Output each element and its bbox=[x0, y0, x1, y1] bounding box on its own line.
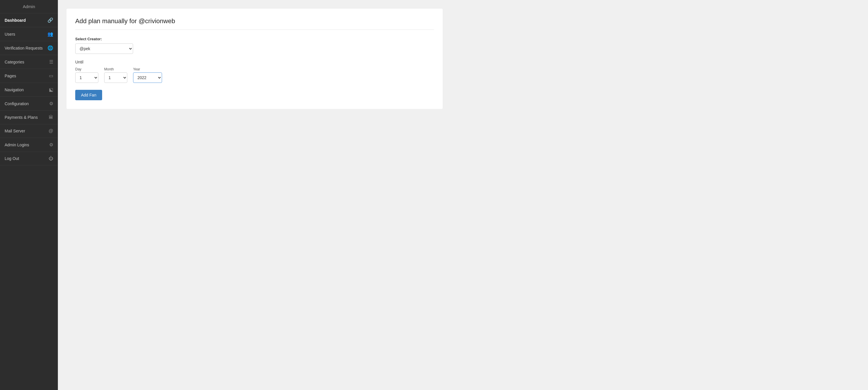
month-field: Month 1 234 567 8910 1112 bbox=[104, 67, 127, 83]
sidebar-item-pages-label: Pages bbox=[5, 74, 49, 78]
sidebar-item-configuration[interactable]: Configuration ⚙ bbox=[0, 97, 58, 111]
link-icon: 🔗 bbox=[48, 18, 53, 23]
power-icon: ⏻ bbox=[49, 156, 53, 161]
settings-icon: ⚙ bbox=[49, 142, 53, 147]
day-select[interactable]: 1 234 567 8910 111213 141516 171819 2021… bbox=[75, 73, 98, 83]
sidebar-item-categories[interactable]: Categories ☰ bbox=[0, 55, 58, 69]
add-fan-button[interactable]: Add Fan bbox=[75, 90, 102, 100]
sidebar-item-payments-label: Payments & Plans bbox=[5, 115, 49, 120]
sidebar-item-mail-label: Mail Server bbox=[5, 129, 49, 133]
bank-icon: 🏛 bbox=[49, 115, 53, 120]
until-label: Until bbox=[75, 60, 434, 64]
sidebar-item-configuration-label: Configuration bbox=[5, 102, 49, 106]
creator-label: Select Creator: bbox=[75, 37, 434, 41]
sidebar-item-admin-logins-label: Admin Logins bbox=[5, 143, 49, 147]
sidebar-item-categories-label: Categories bbox=[5, 60, 49, 64]
sidebar-item-pages[interactable]: Pages ▭ bbox=[0, 69, 58, 83]
sidebar-item-logout-label: Log Out bbox=[5, 156, 49, 161]
sidebar-item-verification-requests[interactable]: Verification Requests 🌐 bbox=[0, 41, 58, 55]
navigation-icon: ⬕ bbox=[49, 87, 53, 92]
year-label: Year bbox=[133, 67, 162, 71]
day-field: Day 1 234 567 8910 111213 141516 171819 … bbox=[75, 67, 98, 83]
day-label: Day bbox=[75, 67, 98, 71]
sidebar-item-verification-label: Verification Requests bbox=[5, 46, 48, 50]
globe-icon: 🌐 bbox=[48, 45, 53, 51]
users-icon: 👥 bbox=[48, 31, 53, 37]
year-field: Year 2021 2022 2023 2024 2025 bbox=[133, 67, 162, 83]
sidebar-item-users[interactable]: Users 👥 bbox=[0, 27, 58, 41]
sidebar-item-log-out[interactable]: Log Out ⏻ bbox=[0, 152, 58, 165]
menu-icon: ☰ bbox=[49, 59, 53, 65]
at-icon: @ bbox=[49, 128, 53, 134]
gear-icon: ⚙ bbox=[49, 101, 53, 106]
sidebar-item-admin-logins[interactable]: Admin Logins ⚙ bbox=[0, 138, 58, 152]
sidebar-item-payments-plans[interactable]: Payments & Plans 🏛 bbox=[0, 111, 58, 124]
sidebar-item-navigation-label: Navigation bbox=[5, 87, 49, 92]
month-label: Month bbox=[104, 67, 127, 71]
page-icon: ▭ bbox=[49, 73, 53, 79]
creator-select[interactable]: @pek @crivionweb @user1 bbox=[75, 44, 133, 54]
creator-form-group: Select Creator: @pek @crivionweb @user1 bbox=[75, 37, 434, 54]
sidebar-item-dashboard[interactable]: Dashboard 🔗 bbox=[0, 13, 58, 27]
main-content: Add plan manually for @crivionweb Select… bbox=[58, 0, 868, 390]
sidebar-item-navigation[interactable]: Navigation ⬕ bbox=[0, 83, 58, 97]
sidebar-item-dashboard-label: Dashboard bbox=[5, 18, 48, 23]
content-card: Add plan manually for @crivionweb Select… bbox=[66, 9, 443, 109]
sidebar-title: Admin bbox=[0, 0, 58, 13]
sidebar: Admin Dashboard 🔗 Users 👥 Verification R… bbox=[0, 0, 58, 390]
page-title: Add plan manually for @crivionweb bbox=[75, 18, 434, 30]
sidebar-item-users-label: Users bbox=[5, 32, 48, 36]
date-row: Day 1 234 567 8910 111213 141516 171819 … bbox=[75, 67, 434, 83]
year-select[interactable]: 2021 2022 2023 2024 2025 bbox=[133, 73, 162, 83]
month-select[interactable]: 1 234 567 8910 1112 bbox=[104, 73, 127, 83]
sidebar-item-mail-server[interactable]: Mail Server @ bbox=[0, 124, 58, 138]
until-section: Until Day 1 234 567 8910 111213 141516 1… bbox=[75, 60, 434, 83]
